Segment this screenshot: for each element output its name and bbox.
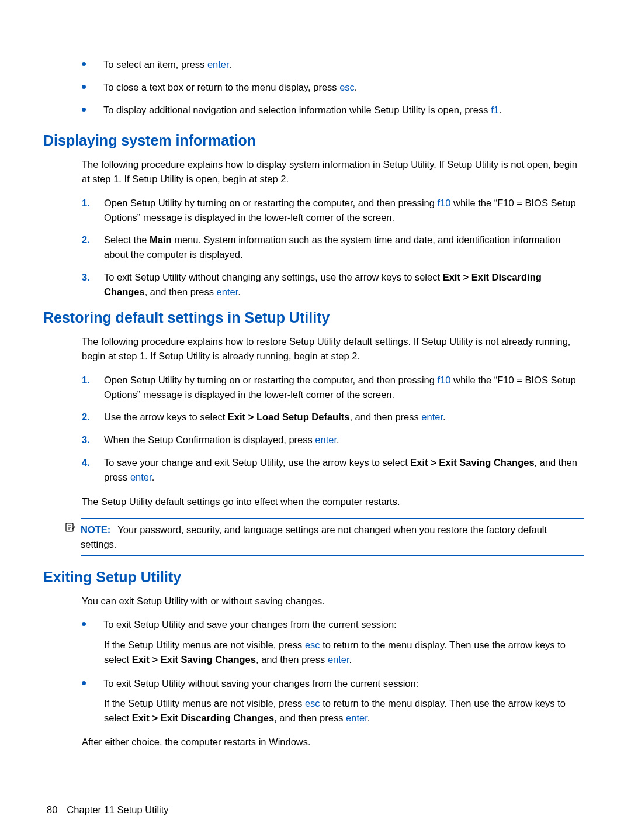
key-name: esc bbox=[305, 639, 320, 650]
list-item: 1. Open Setup Utility by turning on or r… bbox=[82, 196, 584, 225]
step-text: To exit Setup Utility without changing a… bbox=[104, 270, 584, 299]
paragraph: The following procedure explains how to … bbox=[82, 334, 584, 364]
bullet-text: To display additional navigation and sel… bbox=[103, 103, 584, 117]
step-number: 3. bbox=[82, 433, 104, 447]
step-text: To save your change and exit Setup Utili… bbox=[104, 455, 584, 485]
bullet-text: To close a text box or return to the men… bbox=[103, 80, 584, 95]
step-text: Use the arrow keys to select Exit > Load… bbox=[104, 410, 584, 424]
list-item: 3. To exit Setup Utility without changin… bbox=[82, 270, 584, 299]
bullet-list: To exit Setup Utility and save your chan… bbox=[82, 617, 584, 632]
step-number: 3. bbox=[82, 270, 104, 285]
paragraph: You can exit Setup Utility with or witho… bbox=[82, 594, 584, 609]
list-item: 1. Open Setup Utility by turning on or r… bbox=[82, 373, 584, 402]
list-item: To exit Setup Utility without saving you… bbox=[82, 676, 584, 691]
chapter-label: Chapter 11 Setup Utility bbox=[67, 804, 168, 815]
step-number: 2. bbox=[82, 233, 104, 247]
page-content: To select an item, press enter. To close… bbox=[47, 57, 584, 749]
step-number: 1. bbox=[82, 196, 104, 210]
bullet-text: To select an item, press enter. bbox=[103, 57, 584, 72]
key-name: enter bbox=[328, 654, 349, 665]
section-heading-restoring-default-settings: Restoring default settings in Setup Util… bbox=[43, 309, 584, 326]
ordered-list: 1. Open Setup Utility by turning on or r… bbox=[82, 373, 584, 485]
paragraph: After either choice, the computer restar… bbox=[82, 735, 584, 749]
step-text: Open Setup Utility by turning on or rest… bbox=[104, 196, 584, 225]
list-item: To exit Setup Utility and save your chan… bbox=[82, 617, 584, 632]
bullet-icon bbox=[82, 85, 86, 89]
list-item: 4. To save your change and exit Setup Ut… bbox=[82, 455, 584, 485]
step-text: Select the Main menu. System information… bbox=[104, 233, 584, 262]
step-number: 2. bbox=[82, 410, 104, 424]
page-number: 80 bbox=[47, 804, 57, 815]
note-text: Your password, security, and language se… bbox=[81, 524, 547, 549]
list-item: To select an item, press enter. bbox=[82, 57, 584, 72]
bullet-list: To exit Setup Utility without saving you… bbox=[82, 676, 584, 691]
bullet-icon bbox=[82, 681, 86, 685]
sub-paragraph: If the Setup Utility menus are not visib… bbox=[104, 696, 584, 725]
key-name: esc bbox=[339, 82, 355, 92]
bullet-icon bbox=[82, 622, 86, 626]
page-footer: 80Chapter 11 Setup Utility bbox=[47, 804, 169, 815]
list-item: To close a text box or return to the men… bbox=[82, 80, 584, 95]
key-name: esc bbox=[305, 698, 320, 708]
key-name: enter bbox=[346, 713, 367, 723]
key-name: enter bbox=[207, 59, 229, 70]
key-name: enter bbox=[217, 286, 238, 297]
bullet-text: To exit Setup Utility and save your chan… bbox=[103, 617, 584, 632]
key-name: f1 bbox=[491, 105, 499, 115]
key-name: f10 bbox=[438, 375, 451, 385]
step-number: 4. bbox=[82, 455, 104, 470]
key-name: f10 bbox=[438, 198, 451, 208]
list-item: 3. When the Setup Confirmation is displa… bbox=[82, 433, 584, 447]
sub-paragraph: If the Setup Utility menus are not visib… bbox=[104, 638, 584, 667]
note-body: NOTE:Your password, security, and langua… bbox=[81, 518, 584, 556]
bullet-icon bbox=[82, 62, 86, 66]
section-heading-displaying-system-information: Displaying system information bbox=[43, 132, 584, 149]
ordered-list: 1. Open Setup Utility by turning on or r… bbox=[82, 196, 584, 299]
step-text: Open Setup Utility by turning on or rest… bbox=[104, 373, 584, 402]
step-text: When the Setup Confirmation is displayed… bbox=[104, 433, 584, 447]
note-callout: NOTE:Your password, security, and langua… bbox=[64, 518, 584, 556]
list-item: To display additional navigation and sel… bbox=[82, 103, 584, 117]
note-icon bbox=[64, 522, 76, 533]
paragraph: The Setup Utility default settings go in… bbox=[82, 495, 584, 509]
paragraph: The following procedure explains how to … bbox=[82, 157, 584, 186]
section-heading-exiting-setup-utility: Exiting Setup Utility bbox=[43, 569, 584, 586]
note-label: NOTE: bbox=[81, 524, 110, 535]
top-bullet-list: To select an item, press enter. To close… bbox=[82, 57, 584, 117]
key-name: enter bbox=[315, 434, 337, 445]
list-item: 2. Use the arrow keys to select Exit > L… bbox=[82, 410, 584, 424]
bullet-icon bbox=[82, 108, 86, 112]
key-name: enter bbox=[130, 472, 152, 482]
bullet-text: To exit Setup Utility without saving you… bbox=[103, 676, 584, 691]
step-number: 1. bbox=[82, 373, 104, 388]
list-item: 2. Select the Main menu. System informat… bbox=[82, 233, 584, 262]
key-name: enter bbox=[421, 412, 443, 422]
